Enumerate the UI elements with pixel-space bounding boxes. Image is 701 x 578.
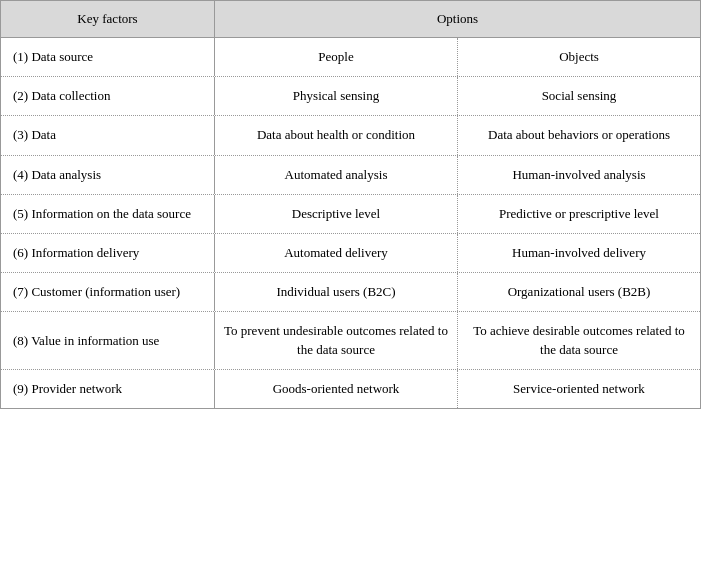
option-left-6: Automated delivery bbox=[215, 234, 458, 272]
option-right-9: Service-oriented network bbox=[458, 370, 700, 408]
table-row: (2) Data collectionPhysical sensingSocia… bbox=[1, 77, 700, 116]
options-cell-3: Data about health or conditionData about… bbox=[215, 116, 700, 154]
options-cell-8: To prevent undesirable outcomes related … bbox=[215, 312, 700, 368]
option-left-4: Automated analysis bbox=[215, 156, 458, 194]
table-body: (1) Data sourcePeopleObjects(2) Data col… bbox=[1, 38, 700, 408]
options-cell-4: Automated analysisHuman-involved analysi… bbox=[215, 156, 700, 194]
option-right-2: Social sensing bbox=[458, 77, 700, 115]
table-row: (6) Information deliveryAutomated delive… bbox=[1, 234, 700, 273]
key-cell-8: (8) Value in information use bbox=[1, 312, 215, 368]
option-right-8: To achieve desirable outcomes related to… bbox=[458, 312, 700, 368]
main-table: Key factors Options (1) Data sourcePeopl… bbox=[0, 0, 701, 409]
table-row: (5) Information on the data sourceDescri… bbox=[1, 195, 700, 234]
option-left-7: Individual users (B2C) bbox=[215, 273, 458, 311]
option-left-9: Goods-oriented network bbox=[215, 370, 458, 408]
header-options: Options bbox=[215, 1, 700, 37]
table-header: Key factors Options bbox=[1, 1, 700, 38]
key-cell-4: (4) Data analysis bbox=[1, 156, 215, 194]
table-row: (3) DataData about health or conditionDa… bbox=[1, 116, 700, 155]
option-left-8: To prevent undesirable outcomes related … bbox=[215, 312, 458, 368]
key-cell-2: (2) Data collection bbox=[1, 77, 215, 115]
option-right-6: Human-involved delivery bbox=[458, 234, 700, 272]
table-row: (1) Data sourcePeopleObjects bbox=[1, 38, 700, 77]
option-left-2: Physical sensing bbox=[215, 77, 458, 115]
options-cell-5: Descriptive levelPredictive or prescript… bbox=[215, 195, 700, 233]
header-key-factors: Key factors bbox=[1, 1, 215, 37]
option-left-3: Data about health or condition bbox=[215, 116, 458, 154]
option-right-4: Human-involved analysis bbox=[458, 156, 700, 194]
key-cell-7: (7) Customer (information user) bbox=[1, 273, 215, 311]
table-row: (9) Provider networkGoods-oriented netwo… bbox=[1, 370, 700, 408]
options-cell-7: Individual users (B2C)Organizational use… bbox=[215, 273, 700, 311]
option-right-5: Predictive or prescriptive level bbox=[458, 195, 700, 233]
option-right-3: Data about behaviors or operations bbox=[458, 116, 700, 154]
key-cell-9: (9) Provider network bbox=[1, 370, 215, 408]
option-left-5: Descriptive level bbox=[215, 195, 458, 233]
option-right-1: Objects bbox=[458, 38, 700, 76]
options-cell-9: Goods-oriented networkService-oriented n… bbox=[215, 370, 700, 408]
key-cell-1: (1) Data source bbox=[1, 38, 215, 76]
key-cell-3: (3) Data bbox=[1, 116, 215, 154]
option-right-7: Organizational users (B2B) bbox=[458, 273, 700, 311]
table-row: (7) Customer (information user)Individua… bbox=[1, 273, 700, 312]
options-cell-6: Automated deliveryHuman-involved deliver… bbox=[215, 234, 700, 272]
key-cell-5: (5) Information on the data source bbox=[1, 195, 215, 233]
key-cell-6: (6) Information delivery bbox=[1, 234, 215, 272]
table-row: (8) Value in information useTo prevent u… bbox=[1, 312, 700, 369]
option-left-1: People bbox=[215, 38, 458, 76]
table-row: (4) Data analysisAutomated analysisHuman… bbox=[1, 156, 700, 195]
options-cell-1: PeopleObjects bbox=[215, 38, 700, 76]
options-cell-2: Physical sensingSocial sensing bbox=[215, 77, 700, 115]
